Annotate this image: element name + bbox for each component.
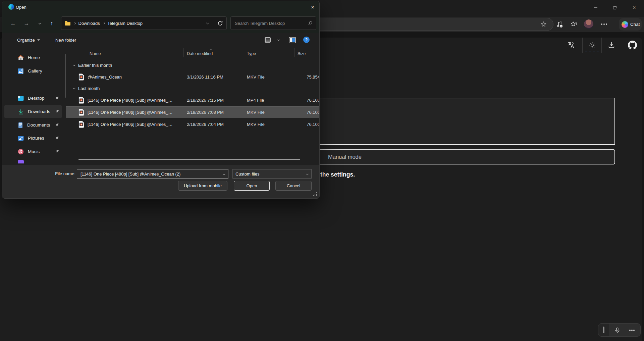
window-minimize-icon	[594, 7, 597, 8]
chevron-down-icon	[39, 21, 41, 24]
dialog-close-icon: ×	[311, 4, 314, 11]
browser-more-menu-button[interactable]	[599, 19, 609, 29]
column-header-name[interactable]: Name	[66, 48, 184, 58]
search-input[interactable]	[234, 20, 308, 26]
dialog-close-button[interactable]: ×	[306, 2, 319, 13]
cancel-button[interactable]: Cancel	[275, 181, 312, 191]
up-button[interactable]: ↑	[47, 19, 56, 28]
sidebar-item-home[interactable]: Home	[4, 51, 62, 64]
sidebar-divider	[8, 84, 59, 84]
manual-mode-box[interactable]: Manual mode	[299, 149, 615, 164]
address-dropdown-icon[interactable]	[206, 21, 209, 24]
screen: × Chat	[0, 0, 644, 341]
breadcrumb[interactable]: Downloads Telegram Desktop	[61, 16, 227, 30]
open-button[interactable]: Open	[234, 181, 270, 191]
search-icon[interactable]	[308, 21, 313, 26]
theme-toggle-button[interactable]	[585, 39, 599, 51]
combo-caret-icon[interactable]	[223, 173, 225, 175]
views-button[interactable]	[264, 36, 272, 44]
chat-button-label: Chat	[630, 22, 640, 27]
sidebar-item-label: Music	[28, 149, 40, 154]
horizontal-scrollbar[interactable]	[78, 159, 300, 160]
file-name-input[interactable]	[80, 171, 219, 177]
pin-icon	[55, 109, 59, 113]
file-type-select[interactable]: Custom files	[232, 169, 312, 179]
github-button[interactable]	[626, 39, 639, 51]
file-type: MKV File	[244, 122, 295, 127]
organize-label: Organize	[17, 38, 35, 43]
media-hub-button[interactable]	[554, 19, 564, 29]
breadcrumb-item-telegram-desktop[interactable]: Telegram Desktop	[107, 21, 143, 26]
file-date: 3/1/2026 11:16 PM	[184, 75, 244, 80]
file-list: Earlier this month @Animes_Ocean 3/1/202…	[66, 60, 320, 130]
views-dropdown-button[interactable]	[275, 37, 281, 43]
file-row[interactable]: @Animes_Ocean 3/1/2026 11:16 PM MKV File…	[66, 71, 320, 83]
refresh-icon[interactable]	[217, 20, 223, 26]
documents-icon	[18, 122, 23, 128]
home-icon	[18, 55, 24, 60]
sidebar-item-label: Pictures	[28, 136, 44, 141]
file-name: [1146] One Piece [480p] [Sub] @Animes_…	[88, 122, 173, 127]
chat-button[interactable]: Chat	[619, 18, 642, 31]
sidebar-item-gallery[interactable]: Gallery	[4, 64, 62, 78]
file-type: MKV File	[244, 75, 295, 80]
column-header-size[interactable]: Size	[295, 48, 320, 58]
page-download-button[interactable]	[605, 39, 618, 51]
sidebar-item-downloads[interactable]: Downloads	[4, 105, 62, 118]
new-folder-label: New folder	[55, 38, 76, 43]
recent-locations-button[interactable]	[36, 19, 44, 28]
sidebar-item-documents[interactable]: Documents	[4, 118, 62, 132]
upload-from-mobile-button[interactable]: Upload from mobile	[178, 181, 227, 191]
more-menu-icon	[603, 23, 605, 25]
window-restore-button[interactable]	[605, 0, 625, 15]
profile-avatar[interactable]	[584, 19, 593, 29]
favorites-hub-button[interactable]	[569, 19, 579, 29]
file-name: @Animes_Ocean	[88, 75, 122, 80]
music-icon	[18, 149, 24, 155]
file-row-selected[interactable]: [1146] One Piece [480p] [Sub] @Animes_… …	[66, 106, 320, 118]
forward-button[interactable]: →	[22, 19, 31, 28]
downloads-icon	[18, 109, 24, 115]
column-header-type[interactable]: Type	[244, 48, 295, 58]
file-date: 2/18/2026 7:15 PM	[184, 98, 244, 103]
dialog-toolbar: Organize New folder	[2, 33, 320, 47]
group-header-earlier-this-month[interactable]: Earlier this month	[66, 60, 320, 71]
header-separator	[582, 38, 583, 53]
back-button[interactable]: ←	[9, 19, 17, 28]
microphone-button[interactable]	[611, 325, 623, 336]
widget-more-icon	[631, 330, 633, 331]
sidebar-item-pictures[interactable]: Pictures	[4, 132, 62, 145]
text-caret-icon	[603, 327, 604, 333]
file-name: [1146] One Piece [480p] [Sub] @Animes_…	[88, 98, 173, 103]
file-row[interactable]: [1146] One Piece [480p] [Sub] @Animes_… …	[66, 94, 320, 106]
help-button[interactable]: ?	[303, 37, 310, 43]
widget-more-button[interactable]	[626, 325, 638, 336]
group-header-last-month[interactable]: Last month	[66, 83, 320, 94]
file-size: 76,100	[295, 110, 320, 115]
videos-icon-partial[interactable]	[18, 160, 24, 163]
sidebar-item-music[interactable]: Music	[4, 145, 62, 158]
window-minimize-button[interactable]	[586, 0, 605, 15]
organize-button[interactable]: Organize	[17, 36, 40, 44]
sidebar-item-label: Downloads	[28, 109, 50, 114]
file-row[interactable]: [1146] One Piece [480p] [Sub] @Animes_… …	[66, 118, 320, 130]
favorite-star-button[interactable]	[538, 19, 549, 29]
breadcrumb-folder-icon	[65, 21, 71, 26]
file-size: 76,100	[295, 122, 320, 127]
preview-pane-button[interactable]	[288, 36, 297, 44]
window-close-button[interactable]: ×	[625, 0, 644, 15]
new-folder-button[interactable]: New folder	[55, 36, 76, 44]
voice-typing-widget[interactable]	[598, 323, 641, 337]
page-input-box[interactable]	[299, 98, 615, 145]
sidebar-item-desktop[interactable]: Desktop	[4, 92, 62, 105]
resize-grip-icon[interactable]	[313, 192, 317, 196]
translate-button[interactable]	[565, 39, 578, 51]
file-name-label: File name:	[49, 171, 75, 176]
file-date: 2/18/2026 7:04 PM	[184, 122, 244, 127]
column-headers: Name Date modified Type Size	[66, 48, 320, 58]
file-name-combobox	[77, 169, 228, 179]
file-size: 75,854	[295, 75, 320, 80]
views-icon	[264, 37, 271, 43]
breadcrumb-item-downloads[interactable]: Downloads	[78, 21, 100, 26]
column-header-date-modified[interactable]: Date modified	[184, 48, 244, 58]
